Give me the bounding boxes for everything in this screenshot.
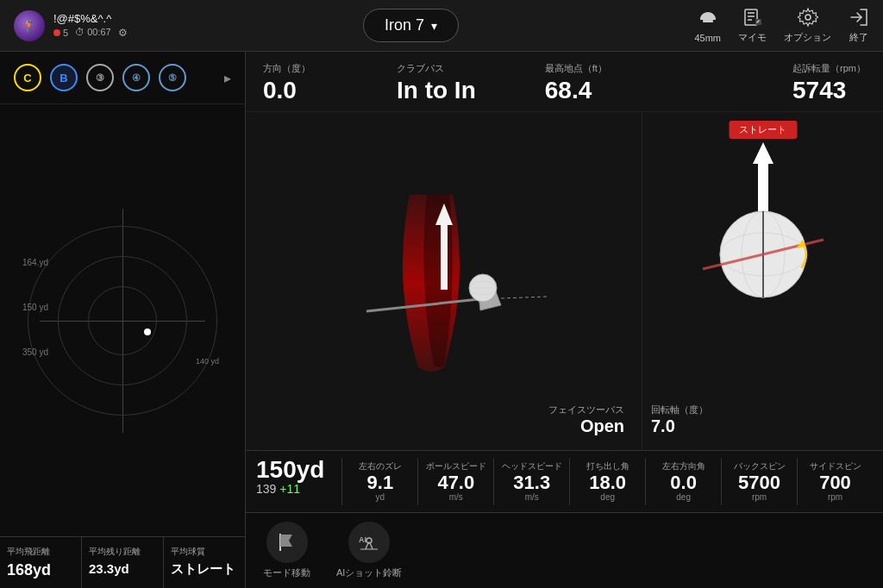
ai-shot-button[interactable]: AI AIショット鈴断 — [336, 522, 402, 579]
lateral-dir-value: 0.0 — [670, 473, 697, 492]
club-svg — [332, 178, 556, 385]
ball-position-dot — [144, 328, 151, 335]
direction-value: 0.0 — [263, 77, 310, 104]
viz-right: ストレート — [642, 112, 883, 450]
spin-rpm-value: 5743 — [792, 77, 866, 104]
shot-icon-5[interactable]: ⑤ — [159, 64, 186, 91]
highest-point-metric: 最高地点（ft） 68.4 — [545, 62, 607, 104]
extra-icon: ⚙ — [118, 27, 128, 39]
avg-remain-value: 23.3yd — [89, 561, 156, 576]
sidespin-item: サイドスピン 700 rpm — [797, 458, 873, 505]
map-circle-3 — [88, 286, 157, 355]
map-label-150: 150 yd — [22, 303, 48, 312]
rotation-axis-value: 7.0 — [651, 416, 708, 436]
option-button[interactable]: オプション — [784, 7, 831, 44]
shot-dist-main: 150yd — [256, 458, 324, 482]
exit-button[interactable]: 終了 — [849, 7, 869, 44]
club-path-value: In to In — [397, 77, 476, 104]
launch-angle-value: 18.0 — [589, 473, 626, 492]
left-panel: C B ③ ④ ⑤ ▸ 164.yd 150 yd 350 yd 140 yd — [0, 52, 246, 588]
shot-icon-c[interactable]: C — [14, 64, 41, 91]
shot-icon-arrow: ▸ — [224, 70, 231, 86]
username: !@#$%&^.^ — [53, 12, 128, 25]
avg-remain-label: 平均残り距離 — [89, 546, 156, 558]
top-view-map: 164.yd 150 yd 350 yd 140 yd — [0, 104, 245, 536]
launch-angle-label: 打ち出し角 — [586, 461, 629, 472]
score-badge: 5 — [53, 27, 68, 39]
memo-button[interactable]: マイモ — [738, 7, 767, 44]
score-dot — [53, 29, 60, 36]
direction-metric: 方向（度） 0.0 — [263, 62, 310, 104]
ball-speed-label: ボールスピード — [426, 461, 486, 472]
metrics-top: 方向（度） 0.0 クラブパス In to In 最高地点（ft） 68.4 起… — [246, 52, 883, 112]
lateral-dir-item: 左右方向角 0.0 deg — [645, 458, 721, 505]
lens-label: 45mm — [694, 33, 721, 43]
direction-label: 方向（度） — [263, 62, 310, 75]
lens-button[interactable]: 45mm — [694, 9, 721, 43]
head-speed-value: 31.3 — [513, 473, 550, 492]
option-label: オプション — [784, 31, 831, 44]
backspin-item: バックスピン 5700 rpm — [721, 458, 797, 505]
highest-point-label: 最高地点（ft） — [545, 62, 607, 75]
svg-rect-1 — [745, 9, 757, 25]
avatar: 🏌 — [14, 10, 45, 41]
head-speed-unit: m/s — [525, 492, 539, 502]
rotation-info: 回転軸（度） 7.0 — [651, 403, 708, 436]
svg-point-6 — [805, 15, 811, 20]
mode-move-icon — [266, 522, 308, 563]
mode-move-button[interactable]: モード移動 — [263, 522, 310, 579]
svg-text:AI: AI — [359, 535, 366, 544]
sidespin-label: サイドスピン — [810, 461, 861, 472]
face-path-label: フェイスツーパス — [548, 403, 624, 416]
head-speed-label: ヘッドスピード — [502, 461, 562, 472]
shot-icons: C B ③ ④ ⑤ ▸ — [0, 52, 245, 104]
viz-left: フェイスツーパス Open — [246, 112, 642, 450]
main-layout: C B ③ ④ ⑤ ▸ 164.yd 150 yd 350 yd 140 yd — [0, 52, 883, 588]
launch-angle-unit: deg — [600, 492, 615, 502]
svg-marker-14 — [753, 142, 773, 216]
face-path-value: Open — [548, 416, 624, 436]
shot-dist-sub: 139 +11 — [256, 482, 324, 496]
viz-area: フェイスツーパス Open ストレート — [246, 112, 883, 450]
highest-point-value: 68.4 — [545, 77, 607, 104]
lateral-value: 9.1 — [367, 473, 394, 492]
launch-angle-item: 打ち出し角 18.0 deg — [569, 458, 645, 505]
bottom-bar: モード移動 AI AIショット鈴断 — [246, 512, 883, 588]
face-path-info: フェイスツーパス Open — [548, 403, 624, 436]
backspin-label: バックスピン — [734, 461, 786, 472]
rotation-axis-label: 回転軸（度） — [651, 403, 708, 416]
svg-rect-0 — [703, 20, 713, 22]
map-label-350: 350 yd — [22, 347, 48, 357]
avg-dist-label: 平均飛距離 — [7, 546, 74, 558]
club-selector[interactable]: Iron 7 ▾ — [363, 9, 459, 42]
chevron-down-icon: ▾ — [431, 19, 437, 33]
score-value: 5 — [63, 28, 68, 38]
head-speed-item: ヘッドスピード 31.3 m/s — [493, 458, 569, 505]
top-bar-right: 45mm マイモ オプション 終了 — [694, 7, 869, 44]
lateral-label: 左右のズレ — [359, 461, 402, 472]
shot-data-items: 左右のズレ 9.1 yd ボールスピード 47.0 m/s ヘッドスピード 31… — [341, 458, 873, 505]
ball-speed-unit: m/s — [449, 492, 463, 502]
sidespin-unit: rpm — [828, 492, 842, 502]
spin-rpm-metric: 起訴転量（rpm） 5743 — [792, 62, 866, 104]
avg-dist-box: 平均飛距離 168yd — [0, 537, 82, 588]
club-selector-label: Iron 7 — [385, 16, 424, 34]
shot-icon-3[interactable]: ③ — [86, 64, 114, 91]
backspin-value: 5700 — [738, 473, 780, 492]
right-panel: 方向（度） 0.0 クラブパス In to In 最高地点（ft） 68.4 起… — [246, 52, 883, 588]
lateral-unit: yd — [376, 492, 385, 502]
bottom-stats: 平均飛距離 168yd 平均残り距離 23.3yd 平均球質 ストレート — [0, 536, 245, 588]
ball-speed-item: ボールスピード 47.0 m/s — [417, 458, 493, 505]
shot-icon-b[interactable]: B — [50, 64, 78, 91]
club-path-label: クラブパス — [397, 62, 476, 75]
map-label-dist: 140 yd — [196, 357, 219, 366]
ai-shot-label: AIショット鈴断 — [336, 566, 402, 579]
avg-remain-box: 平均残り距離 23.3yd — [82, 537, 164, 588]
sidespin-value: 700 — [819, 473, 851, 492]
top-bar-left: 🏌 !@#$%&^.^ 5 ⏱ 00:67 ⚙ — [14, 10, 128, 41]
avg-dist-value: 168yd — [7, 561, 74, 579]
shot-icon-4[interactable]: ④ — [122, 64, 150, 91]
lateral-dir-unit: deg — [676, 492, 691, 502]
shot-distance-block: 150yd 139 +11 — [256, 458, 324, 505]
map-label-164: 164.yd — [22, 258, 48, 267]
